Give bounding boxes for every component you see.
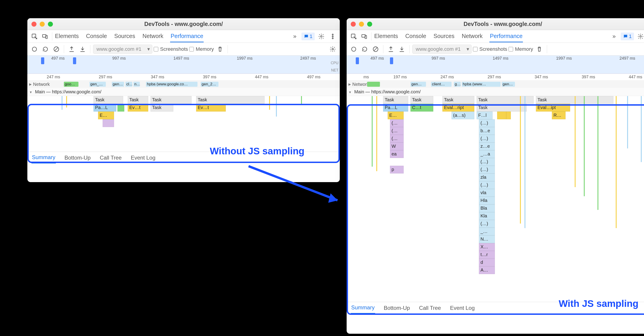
tab-network[interactable]: Network <box>142 30 164 42</box>
zoom-window-button[interactable] <box>48 22 53 27</box>
issues-badge[interactable]: 1 <box>302 32 315 40</box>
flame-block[interactable]: Task <box>383 96 408 104</box>
flame-block[interactable] <box>497 112 506 119</box>
inspect-element-icon[interactable] <box>30 32 39 41</box>
flame-block[interactable]: Task <box>442 96 474 104</box>
flame-block[interactable] <box>506 112 511 119</box>
record-button[interactable] <box>30 44 39 54</box>
time-ruler[interactable]: 247 ms 297 ms 347 ms 397 ms 447 ms 497 m… <box>27 74 340 81</box>
recording-select[interactable]: www.google.com #1 <box>412 45 472 54</box>
flame-block[interactable]: _… <box>479 228 495 235</box>
flame-block[interactable]: Eval…ript <box>442 104 474 112</box>
network-request-chip[interactable]: gen… <box>502 82 515 87</box>
task-block[interactable]: Task <box>94 96 123 104</box>
close-window-button[interactable] <box>351 22 356 27</box>
network-track[interactable]: ▶ Network gen…client…g…hpba (www…gen… <box>347 81 644 88</box>
clear-button[interactable] <box>52 44 61 54</box>
overview-strip[interactable]: 497 ms 997 ms 1497 ms 1997 ms 2497 ms CP… <box>27 56 340 74</box>
download-icon[interactable] <box>397 44 406 54</box>
memory-checkbox[interactable]: Memory <box>189 46 214 52</box>
time-ruler[interactable]: ms 197 ms 247 ms 297 ms 347 ms 397 ms 44… <box>347 74 644 81</box>
flame-block[interactable]: (… <box>390 135 404 143</box>
flame-block[interactable] <box>102 119 114 127</box>
flame-block[interactable]: _…a <box>479 150 495 158</box>
device-toolbar-icon[interactable] <box>40 32 50 41</box>
tab-summary[interactable]: Summary <box>351 302 375 314</box>
clear-button[interactable] <box>371 44 380 54</box>
network-request-chip[interactable] <box>367 82 380 87</box>
flame-block[interactable]: E… <box>98 112 114 119</box>
network-request-chip[interactable]: hpba (www.google.co… <box>146 82 198 87</box>
task-block[interactable]: Task <box>196 96 264 104</box>
network-request-chip[interactable]: g… <box>454 82 461 87</box>
upload-icon[interactable] <box>386 44 396 54</box>
kebab-menu-icon[interactable] <box>328 32 338 41</box>
flame-block[interactable]: F…l <box>476 112 492 119</box>
tab-event-log[interactable]: Event Log <box>450 303 475 314</box>
overview-strip[interactable]: 497 ms 997 ms 1497 ms 1997 ms 2497 ms CP… <box>347 56 644 74</box>
network-request-chip[interactable]: gen… <box>410 82 426 87</box>
gear-icon[interactable] <box>316 32 326 41</box>
flame-block[interactable]: vla <box>479 189 495 197</box>
tab-elements[interactable]: Elements <box>54 30 79 42</box>
flame-chart[interactable]: TaskTaskTaskTaskTaskPa…LC…tEval…riptTask… <box>347 96 644 301</box>
recording-select[interactable]: www.google.com #1 <box>93 45 152 54</box>
screenshots-checkbox[interactable]: Screenshots <box>473 46 507 52</box>
upload-icon[interactable] <box>67 44 76 54</box>
zoom-window-button[interactable] <box>367 22 372 27</box>
flame-block[interactable]: A… <box>479 266 495 274</box>
tab-call-tree[interactable]: Call Tree <box>418 303 441 314</box>
flame-block[interactable]: d <box>479 259 495 266</box>
task-block[interactable]: Task <box>128 96 148 104</box>
flame-block[interactable]: (…) <box>479 119 495 127</box>
tab-event-log[interactable]: Event Log <box>130 152 156 163</box>
gc-icon[interactable] <box>215 44 225 54</box>
flame-block[interactable] <box>118 104 124 112</box>
flame-block[interactable]: Bla <box>479 204 495 212</box>
tab-console[interactable]: Console <box>86 30 108 42</box>
minimize-window-button[interactable] <box>359 22 364 27</box>
flame-block[interactable]: (…) <box>479 166 495 173</box>
tab-bottom-up[interactable]: Bottom-Up <box>64 152 91 163</box>
reload-record-button[interactable] <box>360 44 370 54</box>
network-request-chip[interactable]: client… <box>431 82 452 87</box>
main-thread-header[interactable]: ▼ Main — https://www.google.com/ <box>347 88 644 96</box>
gear-icon[interactable] <box>636 32 644 41</box>
overflow-tabs-button[interactable]: » <box>609 32 619 41</box>
network-request-chip[interactable]: cl… <box>126 82 132 87</box>
tab-console[interactable]: Console <box>405 30 427 42</box>
gc-icon[interactable] <box>534 44 544 54</box>
network-request-chip[interactable]: goo… <box>64 82 78 87</box>
flame-block[interactable]: Hla <box>479 197 495 204</box>
flame-block[interactable]: X… <box>479 243 495 251</box>
flame-block[interactable]: (…) <box>479 135 495 143</box>
minimize-window-button[interactable] <box>40 22 45 27</box>
flame-block[interactable]: zla <box>479 173 495 181</box>
flame-block[interactable]: p <box>390 166 404 173</box>
download-icon[interactable] <box>78 44 87 54</box>
flame-block[interactable]: Pa…L <box>383 104 408 112</box>
flame-script-block[interactable]: Ev…t <box>196 104 226 112</box>
network-request-chip[interactable]: n… <box>134 82 140 87</box>
flame-block[interactable]: b…e <box>479 127 495 135</box>
tab-sources[interactable]: Sources <box>114 30 136 42</box>
flame-chart[interactable]: Task Task Task Task Pa…L Ev…t Task Ev…t … <box>27 96 340 151</box>
flame-block[interactable]: t…r <box>479 251 495 259</box>
close-window-button[interactable] <box>32 22 36 27</box>
flame-block[interactable]: Kla <box>479 212 495 220</box>
flame-script-block[interactable]: Ev…t <box>128 104 148 112</box>
network-track[interactable]: ▶ Network goo…gen_…gen…cl…n…hpba (www.go… <box>27 81 340 88</box>
flame-block[interactable]: Task <box>410 96 433 104</box>
perf-settings-gear-icon[interactable] <box>328 44 338 54</box>
network-request-chip[interactable]: gen… <box>112 82 124 87</box>
memory-checkbox[interactable]: Memory <box>508 46 533 52</box>
flame-block[interactable]: (… <box>390 127 404 135</box>
flame-block[interactable]: N… <box>479 235 495 243</box>
flame-block[interactable]: z…e <box>479 143 495 150</box>
issues-badge[interactable]: 1 <box>621 32 634 40</box>
collapse-icon[interactable]: ▶ <box>348 82 351 86</box>
flame-block[interactable]: (…) <box>479 158 495 166</box>
flame-block[interactable]: R… <box>552 112 566 119</box>
flame-block[interactable]: ea <box>390 150 404 158</box>
tab-sources[interactable]: Sources <box>433 30 455 42</box>
